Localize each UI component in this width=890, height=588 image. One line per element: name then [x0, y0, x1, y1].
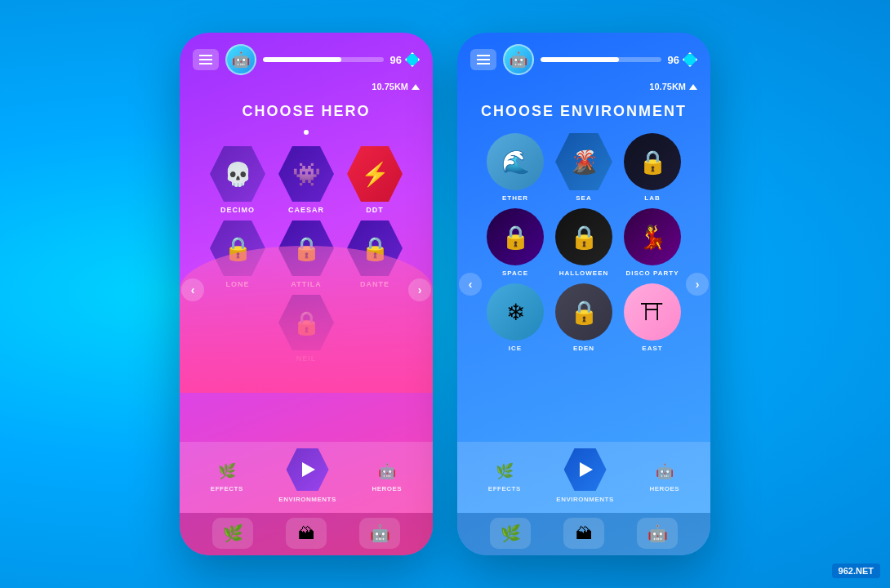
watermark: 962.NET: [832, 564, 880, 578]
menu-icon-right[interactable]: [470, 49, 496, 70]
svg-rect-0: [199, 55, 212, 56]
score-value-right: 96: [668, 54, 679, 66]
hero-decimo-label: DECIMO: [220, 206, 255, 214]
right-phone: 🤖 96 10.75KM CHOOSE ENVIRONMENT ‹ › 🌊: [457, 33, 710, 555]
score-badge: 96: [390, 52, 420, 67]
section-title-left: CHOOSE HERO: [180, 95, 433, 127]
env-ether[interactable]: 🌊 ETHER: [487, 133, 544, 202]
top-bar-left: 🤖 96: [180, 33, 433, 82]
xp-bar: [263, 57, 384, 62]
svg-rect-1: [199, 59, 212, 60]
nav-environments-right[interactable]: ENVIRONMENTS: [556, 448, 613, 503]
chevron-up-icon-right: [689, 84, 697, 90]
heroes-icon: 🤖: [376, 460, 398, 483]
tab-effects-right[interactable]: 🌿: [490, 518, 531, 549]
space-circle: 🔒: [487, 208, 544, 265]
hero-caesar[interactable]: 👾 CAESAR: [278, 146, 334, 214]
bottom-tabs-left: 🌿 🏔 🤖: [180, 513, 433, 555]
hero-ddt-hex: ⚡: [347, 146, 403, 202]
nav-heroes[interactable]: 🤖 HEROES: [372, 460, 402, 492]
hero-ddt-label: DDT: [366, 206, 384, 214]
nav-heroes-label-right: HEROES: [649, 485, 679, 492]
sea-hex: 🌋: [555, 133, 612, 190]
lab-label: LAB: [644, 194, 660, 202]
svg-rect-3: [477, 55, 490, 56]
gem-icon: [405, 52, 420, 67]
xp-fill: [263, 57, 341, 62]
play-icon: [302, 462, 315, 477]
bottom-tabs-right: 🌿 🏔 🤖: [457, 513, 710, 555]
ether-label: ETHER: [502, 194, 528, 202]
east-label: EAST: [642, 345, 662, 352]
tab-effects[interactable]: 🌿: [212, 518, 253, 549]
tab-env-right[interactable]: 🏔: [563, 518, 604, 549]
lab-circle: 🔒: [624, 133, 681, 190]
score-badge-right: 96: [668, 52, 697, 67]
xp-fill-right: [541, 57, 619, 62]
env-eden[interactable]: 🔒 EDEN: [555, 283, 612, 352]
play-button-left[interactable]: [287, 448, 329, 491]
eden-label: EDEN: [573, 345, 594, 352]
nav-effects-label: EFFECTS: [211, 485, 243, 492]
disco-circle: 💃: [624, 208, 681, 265]
hero-decimo[interactable]: 💀 DECIMO: [210, 146, 265, 214]
tab-heroes[interactable]: 🤖: [359, 518, 400, 549]
env-disco[interactable]: 💃 DISCO PARTY: [624, 208, 681, 277]
nav-heroes-label: HEROES: [372, 485, 402, 492]
xp-bar-container-right: [541, 57, 661, 62]
nav-environments[interactable]: ENVIRONMENTS: [278, 448, 336, 503]
tab-heroes-right[interactable]: 🤖: [637, 518, 678, 549]
dot-indicator: [180, 127, 433, 138]
env-grid: ‹ › 🌊 ETHER 🌋 SEA 🔒 LAB: [457, 127, 710, 442]
distance-row-left: 10.75KM: [180, 82, 433, 95]
effects-icon: 🌿: [216, 460, 238, 483]
play-button-right[interactable]: [564, 448, 607, 491]
xp-bar-right: [541, 57, 661, 62]
svg-rect-5: [477, 63, 490, 65]
env-lab[interactable]: 🔒 LAB: [624, 133, 681, 202]
hero-caesar-hex: 👾: [278, 146, 334, 202]
distance-value: 10.75KM: [372, 82, 408, 91]
section-title-right: CHOOSE ENVIRONMENT: [457, 95, 710, 127]
heroes-grid: ‹ › 💀 DECIMO 👾 CAESAR: [180, 138, 433, 442]
sea-label: SEA: [576, 194, 591, 202]
left-arrow[interactable]: ‹: [181, 278, 204, 301]
nav-environments-label-right: ENVIRONMENTS: [556, 496, 613, 503]
distance-row-right: 10.75KM: [457, 82, 710, 95]
distance-value-right: 10.75KM: [649, 82, 686, 91]
env-halloween[interactable]: 🔒 HALLOWEEN: [555, 208, 612, 277]
disco-label: DISCO PARTY: [625, 270, 679, 277]
top-bar-right: 🤖 96: [457, 33, 710, 82]
hero-ddt[interactable]: ⚡ DDT: [347, 146, 403, 214]
right-arrow[interactable]: ›: [408, 278, 431, 301]
env-row-1: 🌊 ETHER 🌋 SEA 🔒 LAB: [474, 133, 694, 202]
avatar-right: 🤖: [503, 44, 534, 75]
effects-icon-right: 🌿: [493, 460, 516, 483]
dot-1: [304, 130, 309, 135]
tab-env[interactable]: 🏔: [286, 518, 327, 549]
chevron-up-icon: [412, 84, 420, 90]
menu-icon[interactable]: [193, 49, 219, 70]
left-arrow-right[interactable]: ‹: [459, 273, 482, 296]
score-value: 96: [390, 54, 402, 66]
svg-rect-2: [199, 63, 212, 65]
nav-effects-label-right: EFFECTS: [488, 485, 521, 492]
hero-row-1: 💀 DECIMO 👾 CAESAR ⚡ DD: [196, 146, 416, 214]
east-circle: ⛩: [624, 283, 681, 341]
env-east[interactable]: ⛩ EAST: [624, 283, 681, 352]
env-ice[interactable]: ❄ ICE: [487, 283, 544, 352]
nav-effects-right[interactable]: 🌿 EFFECTS: [488, 460, 521, 492]
nav-effects[interactable]: 🌿 EFFECTS: [211, 460, 243, 492]
halloween-circle: 🔒: [555, 208, 612, 265]
hero-caesar-label: CAESAR: [288, 206, 324, 214]
right-arrow-right[interactable]: ›: [686, 273, 709, 296]
bottom-nav-left: 🌿 EFFECTS ENVIRONMENTS 🤖 HEROES: [180, 442, 433, 513]
hero-decimo-hex: 💀: [210, 146, 265, 202]
eden-circle: 🔒: [555, 283, 612, 341]
env-sea[interactable]: 🌋 SEA: [555, 133, 612, 202]
env-space[interactable]: 🔒 SPACE: [487, 208, 544, 277]
gem-icon-right: [683, 52, 697, 67]
heroes-icon-right: 🤖: [653, 460, 676, 483]
nav-heroes-right[interactable]: 🤖 HEROES: [649, 460, 679, 492]
env-row-3: ❄ ICE 🔒 EDEN ⛩ EAST: [474, 283, 694, 352]
